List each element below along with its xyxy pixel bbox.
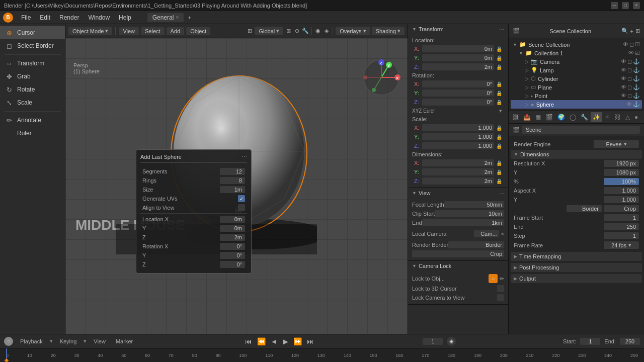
viewport-shading-icon[interactable]: ◉: [314, 28, 321, 35]
viewport[interactable]: Object Mode ▾ View Select Add Object ⊞ G…: [65, 24, 408, 334]
playback-menu[interactable]: Playback: [17, 337, 46, 345]
workspace-tab[interactable]: General ×: [147, 13, 184, 22]
tool-rotate[interactable]: ↻ Rotate: [0, 83, 65, 96]
menu-help[interactable]: Help: [115, 13, 135, 22]
location-y-lock[interactable]: 🔒: [496, 55, 502, 61]
data-tab[interactable]: △: [623, 112, 632, 122]
lock-camera-checkbox[interactable]: [497, 294, 504, 301]
lamp-object[interactable]: ▷ 💡 Lamp 👁 ◻ ⚓: [511, 66, 642, 74]
transform-gizmo-icon[interactable]: ⊞: [246, 28, 253, 35]
rotation-y-input[interactable]: 0°: [422, 89, 494, 97]
lock-obj-edit-icon[interactable]: ✏: [500, 276, 504, 282]
camera-render-icon[interactable]: ◻: [627, 58, 632, 65]
next-frame-button[interactable]: ⏩: [291, 337, 304, 346]
view-menu[interactable]: View: [119, 27, 139, 35]
panel-options-button[interactable]: ⋯: [242, 154, 247, 160]
add-workspace-button[interactable]: +: [185, 14, 194, 22]
dimensions-section-header[interactable]: ▼ Dimensions: [511, 150, 642, 159]
timeline-ruler[interactable]: 0 10 20 30 40 50 60 70 80 90 100 110 120…: [0, 348, 644, 362]
generate-uvs-checkbox[interactable]: ✓: [238, 195, 245, 202]
menu-file[interactable]: File: [17, 13, 35, 22]
location-z-input[interactable]: 2m: [422, 63, 494, 70]
snap-icon[interactable]: ⊠: [285, 28, 292, 35]
keyframe-indicator[interactable]: ◉: [447, 337, 456, 346]
end-frame-input[interactable]: 250: [620, 338, 640, 345]
collection-checkbox-icon[interactable]: ☑: [635, 41, 640, 48]
lamp-render-icon[interactable]: ◻: [627, 67, 632, 73]
dim-y-input[interactable]: 2m: [422, 168, 494, 175]
select-menu[interactable]: Select: [141, 27, 165, 35]
show-gizmos-icon[interactable]: 🔧: [302, 28, 309, 35]
menu-edit[interactable]: Edit: [36, 13, 54, 22]
camera-eye-icon[interactable]: 👁: [621, 58, 626, 65]
col1-checkbox-icon[interactable]: ☑: [635, 50, 640, 56]
current-frame-input[interactable]: 1: [423, 338, 443, 345]
menu-render[interactable]: Render: [55, 13, 83, 22]
cylinder-render-icon[interactable]: ◻: [627, 75, 632, 82]
xray-icon[interactable]: ◈: [323, 28, 330, 35]
marker-menu[interactable]: Marker: [113, 337, 136, 345]
constraints-tab[interactable]: ⛓: [613, 112, 623, 122]
collection-camera-icon[interactable]: ◻: [629, 41, 634, 48]
rotation-x-input[interactable]: 0°: [422, 80, 494, 87]
tool-cursor[interactable]: ⊕ Cursor: [0, 26, 65, 39]
res-pct-value[interactable]: 100%: [604, 178, 639, 185]
local-camera-close[interactable]: ×: [501, 231, 504, 237]
crop-value[interactable]: Crop: [412, 250, 504, 257]
dim-x-lock[interactable]: 🔒: [496, 160, 502, 166]
frp-add-icon[interactable]: +: [630, 28, 633, 34]
border-value[interactable]: Border: [567, 205, 602, 212]
lamp-eye-icon[interactable]: 👁: [621, 67, 626, 73]
viewport-canvas[interactable]: www.rrcg.cn MIDDLE MOUSE: [65, 38, 408, 334]
local-camera-value[interactable]: Cam...: [474, 230, 499, 237]
maximize-button[interactable]: □: [622, 2, 629, 9]
view-menu-timeline[interactable]: View: [91, 337, 109, 345]
frame-rate-select[interactable]: 24 fps ▾: [604, 241, 639, 249]
object-mode-dropdown[interactable]: Object Mode ▾: [68, 27, 112, 35]
time-remapping-header[interactable]: ▶ Time Remapping: [511, 252, 642, 261]
collection1-item[interactable]: ▼ 📁 Collection 1 👁 ☑: [511, 49, 642, 57]
dim-z-lock[interactable]: 🔒: [496, 178, 502, 184]
segments-value[interactable]: 12: [220, 168, 245, 175]
prev-frame-button[interactable]: ⏪: [255, 337, 268, 346]
tab-close-icon[interactable]: ×: [176, 15, 179, 20]
world-tab[interactable]: 🌍: [555, 112, 567, 122]
rotation-mode-dropdown[interactable]: ▾: [499, 108, 502, 114]
overlays-button[interactable]: Overlays ▾: [336, 27, 370, 35]
scale-z-input[interactable]: 1.000: [422, 142, 494, 149]
point-eye-icon[interactable]: 👁: [621, 93, 626, 99]
camera-object[interactable]: ▷ 📷 Camera 👁 ◻ ⚓: [511, 57, 642, 66]
plane-object[interactable]: ▷ ▭ Plane 👁 ◻ ⚓: [511, 83, 642, 92]
dim-z-input[interactable]: 2m: [422, 177, 494, 185]
align-to-view-checkbox[interactable]: [238, 204, 245, 211]
scale-y-input[interactable]: 1.000: [422, 133, 494, 140]
focal-length-input[interactable]: 50mm: [444, 201, 504, 208]
res-y-value[interactable]: 1080 px: [604, 169, 639, 176]
collection-eye-icon[interactable]: 👁: [623, 41, 628, 48]
transform-options-icon[interactable]: ⋯: [499, 27, 504, 32]
output-section-header[interactable]: ▶ Output: [511, 274, 642, 283]
scale-z-lock[interactable]: 🔒: [496, 143, 502, 149]
rotation-z-lock[interactable]: 🔒: [496, 100, 502, 105]
plane-eye-icon[interactable]: 👁: [621, 84, 626, 90]
rotation-z-value[interactable]: 0°: [220, 261, 245, 268]
crop-value[interactable]: Crop: [604, 205, 639, 212]
plane-render-icon[interactable]: ◻: [627, 84, 632, 90]
reverse-play-button[interactable]: ◄: [269, 337, 280, 346]
frame-start-value[interactable]: 1: [604, 214, 639, 221]
view-options-icon[interactable]: ⋯: [499, 191, 504, 196]
camera-lock-section-header[interactable]: ▼ Camera Lock: [408, 261, 508, 271]
render-engine-select[interactable]: Eevee ▾: [594, 140, 639, 148]
tool-scale[interactable]: ⤡ Scale: [0, 96, 65, 109]
navigation-gizmo[interactable]: X Y Z: [361, 57, 401, 98]
frp-options-icon[interactable]: ⊞: [635, 28, 640, 34]
rotation-z-input[interactable]: 0°: [422, 99, 494, 106]
location-x-value[interactable]: 0m: [220, 216, 245, 223]
dim-x-input[interactable]: 2m: [422, 159, 494, 166]
scale-x-lock[interactable]: 🔒: [496, 125, 502, 131]
modifier-tab[interactable]: 🔧: [579, 112, 590, 122]
object-menu[interactable]: Object: [186, 27, 210, 35]
aspect-x-value[interactable]: 1.000: [604, 187, 639, 194]
rotation-y-lock[interactable]: 🔒: [496, 90, 502, 96]
proportional-edit-icon[interactable]: ⊙: [293, 28, 300, 35]
